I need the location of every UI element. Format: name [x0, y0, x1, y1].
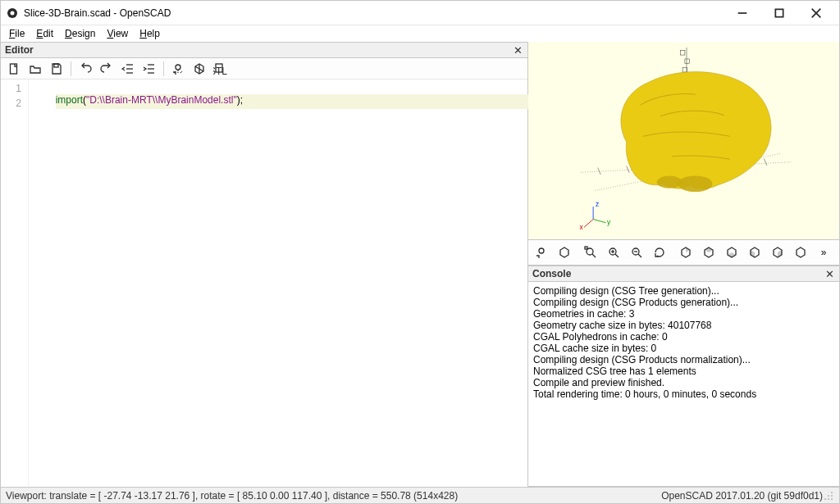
- console-line: Total rendering time: 0 hours, 0 minutes…: [533, 388, 834, 400]
- svg-point-30: [678, 175, 713, 192]
- axis-gizmo: z y x: [579, 200, 611, 231]
- toolbar-overflow-icon[interactable]: »: [814, 243, 833, 262]
- svg-rect-42: [585, 247, 587, 249]
- svg-point-63: [828, 495, 829, 497]
- console-panel-close-icon[interactable]: ✕: [824, 268, 835, 279]
- svg-rect-3: [775, 9, 783, 16]
- menu-edit[interactable]: Edit: [31, 27, 58, 40]
- svg-marker-55: [728, 252, 736, 257]
- svg-point-66: [824, 498, 826, 500]
- window-titlebar: Slice-3D-Brain.scad - OpenSCAD: [1, 1, 839, 25]
- separator: [71, 61, 71, 76]
- code-line: import("D:\\Brain-MRT\\MyBrainModel.stl"…: [56, 94, 546, 109]
- reset-view-icon[interactable]: [650, 243, 669, 262]
- svg-text:x: x: [579, 223, 583, 231]
- 3d-viewport[interactable]: z y x: [528, 42, 839, 239]
- status-version: OpenSCAD 2017.01.20 (git 59df0d1): [661, 490, 823, 502]
- view-right-icon[interactable]: [676, 243, 696, 262]
- close-button[interactable]: [797, 1, 834, 25]
- right-pane: z y x » Console ✕: [528, 42, 839, 487]
- svg-line-36: [584, 220, 593, 228]
- preview-icon[interactable]: [532, 243, 551, 262]
- code-line: [34, 120, 524, 135]
- new-file-button[interactable]: [4, 60, 24, 78]
- separator: [163, 61, 164, 76]
- code-area[interactable]: import("D:\\Brain-MRT\\MyBrainModel.stl"…: [29, 79, 527, 487]
- console-line: Compile and preview finished.: [533, 377, 834, 388]
- zoom-in-icon[interactable]: [604, 243, 623, 262]
- editor-toolbar: STL: [1, 58, 527, 79]
- preview-button[interactable]: [168, 60, 188, 78]
- svg-point-38: [539, 248, 544, 253]
- view-bottom-icon[interactable]: [722, 243, 742, 262]
- viewport-canvas: z y x: [528, 42, 839, 239]
- maximize-button[interactable]: [760, 1, 797, 25]
- console-panel-title: Console: [532, 268, 824, 279]
- svg-text:z: z: [596, 200, 599, 208]
- brain-model: [621, 72, 771, 193]
- console-output[interactable]: Compiling design (CSG Tree generation)..…: [528, 282, 839, 487]
- minimize-button[interactable]: [724, 1, 760, 25]
- console-line: CGAL Polyhedrons in cache: 0: [533, 331, 834, 343]
- svg-point-14: [176, 65, 180, 70]
- svg-point-61: [831, 492, 833, 493]
- svg-point-31: [657, 175, 682, 188]
- console-line: Geometry cache size in bytes: 40107768: [533, 320, 834, 331]
- svg-marker-60: [797, 247, 805, 257]
- svg-marker-39: [560, 247, 568, 257]
- status-viewport-info: Viewport: translate = [ -27.74 -13.17 21…: [6, 490, 661, 502]
- render-cube-icon[interactable]: [555, 243, 574, 262]
- menu-help[interactable]: Help: [135, 27, 165, 40]
- line-number: 1: [1, 83, 21, 98]
- console-line: Compiling design (CSG Tree generation)..…: [533, 285, 834, 297]
- indent-button[interactable]: [139, 60, 159, 78]
- console-panel-header: Console ✕: [528, 266, 839, 282]
- view-left-icon[interactable]: [745, 243, 765, 262]
- editor-panel-title: Editor: [5, 44, 512, 56]
- menu-file[interactable]: File: [4, 27, 30, 40]
- svg-text:y: y: [607, 218, 611, 226]
- save-button[interactable]: [47, 60, 66, 78]
- svg-line-41: [592, 254, 596, 257]
- menubar: File Edit Design View Help: [1, 25, 839, 42]
- open-file-button[interactable]: [25, 60, 45, 78]
- resize-grip-icon[interactable]: [823, 490, 834, 502]
- zoom-fit-icon[interactable]: [581, 243, 600, 262]
- svg-line-48: [638, 254, 641, 257]
- view-top-icon[interactable]: [699, 243, 719, 262]
- console-line: Normalized CSG tree has 1 elements: [533, 366, 834, 377]
- svg-rect-6: [11, 64, 17, 74]
- view-front-icon[interactable]: [768, 243, 788, 262]
- console-line: Compiling design (CSG Products generatio…: [533, 297, 834, 308]
- editor-pane: Editor ✕ STL 1 2 import("D:\\Brain-MRT\\…: [1, 42, 528, 487]
- svg-text:STL: STL: [213, 66, 227, 75]
- statusbar: Viewport: translate = [ -27.74 -13.17 21…: [1, 487, 839, 503]
- view-back-icon[interactable]: [791, 243, 810, 262]
- console-line: CGAL cache size in bytes: 0: [533, 343, 834, 354]
- svg-line-29: [764, 159, 766, 166]
- svg-line-44: [615, 254, 619, 257]
- svg-marker-53: [705, 247, 713, 252]
- zoom-out-icon[interactable]: [627, 243, 646, 262]
- svg-point-65: [828, 498, 829, 500]
- undo-button[interactable]: [75, 60, 95, 78]
- line-gutter: 1 2: [1, 79, 29, 487]
- redo-button[interactable]: [97, 60, 116, 78]
- content-area: Editor ✕ STL 1 2 import("D:\\Brain-MRT\\…: [1, 42, 839, 487]
- svg-point-64: [831, 498, 833, 500]
- svg-rect-24: [685, 59, 690, 64]
- code-editor[interactable]: 1 2 import("D:\\Brain-MRT\\MyBrainModel.…: [1, 79, 527, 487]
- render-button[interactable]: [189, 60, 209, 78]
- unindent-button[interactable]: [118, 60, 138, 78]
- console-line: Compiling design (CSG Products normaliza…: [533, 354, 834, 366]
- app-icon: [6, 7, 19, 20]
- export-stl-button[interactable]: STL: [211, 60, 234, 78]
- menu-view[interactable]: View: [102, 27, 133, 40]
- viewport-toolbar: »: [528, 239, 839, 266]
- editor-panel-close-icon[interactable]: ✕: [512, 44, 523, 56]
- svg-point-62: [831, 495, 833, 497]
- menu-design[interactable]: Design: [60, 27, 100, 40]
- svg-line-34: [593, 220, 605, 223]
- svg-line-26: [598, 168, 600, 175]
- svg-point-1: [11, 11, 15, 15]
